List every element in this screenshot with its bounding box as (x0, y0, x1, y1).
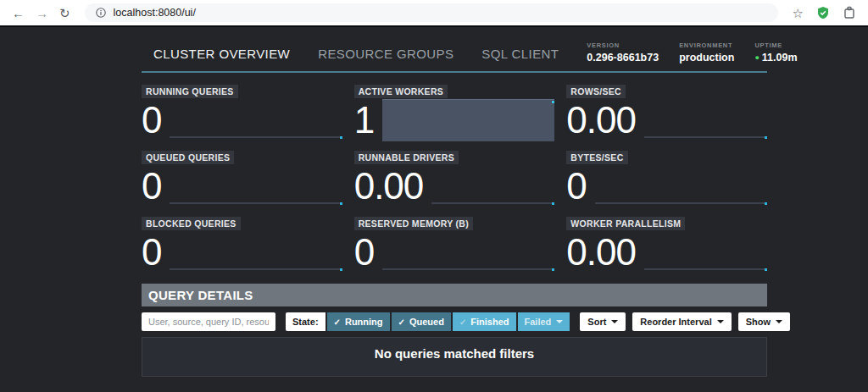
sparkline-dot (552, 202, 554, 205)
sparkline-line (644, 136, 767, 138)
uptime-status-dot-icon: ● (754, 53, 759, 62)
sparkline-line (382, 268, 554, 270)
query-filter-toolbar: State: ✓ Running ✓ Queued ✓ Finished Fai… (142, 312, 767, 331)
sparkline (644, 99, 767, 141)
sparkline-dot (765, 268, 767, 271)
sparkline (382, 99, 554, 141)
check-icon: ✓ (459, 317, 466, 327)
shield-extension-icon[interactable] (816, 6, 830, 19)
stat-value: 0 (142, 99, 161, 141)
caret-down-icon (611, 320, 618, 323)
stat-label: QUEUED QUERIES (142, 151, 234, 164)
state-filter-label: State: (286, 312, 326, 331)
stat-tile-queued-queries: QUEUED QUERIES 0 (142, 149, 342, 207)
sparkline (644, 231, 767, 273)
show-dropdown-button[interactable]: Show (738, 312, 790, 331)
stat-tile-rows-sec: ROWS/SEC 0.00 (566, 83, 767, 141)
sparkline-line (170, 268, 342, 270)
stat-value: 0 (354, 231, 374, 273)
version-label: VERSION (587, 41, 659, 49)
no-queries-message: No queries matched filters (142, 337, 767, 377)
tab-cluster-overview[interactable]: CLUSTER OVERVIEW (153, 47, 290, 61)
state-filter-finished[interactable]: ✓ Finished (453, 312, 516, 331)
sort-button-label: Sort (587, 317, 606, 327)
uptime-text: 11.09m (762, 52, 798, 63)
forward-icon[interactable]: → (36, 7, 48, 19)
url-text[interactable]: localhost:8080/ui/ (114, 7, 196, 19)
sparkline-dot (552, 268, 554, 271)
cluster-meta: VERSION 0.296-8661b73 ENVIRONMENT produc… (587, 41, 797, 65)
bookmark-star-icon[interactable]: ☆ (793, 7, 804, 19)
stat-label: BLOCKED QUERIES (142, 217, 241, 230)
caret-down-icon (776, 320, 782, 323)
sparkline-dot (340, 268, 342, 271)
cluster-stats-grid: RUNNING QUERIES 0 ACTIVE WORKERS 1 ROWS/… (142, 83, 767, 273)
stat-tile-running-queries: RUNNING QUERIES 0 (142, 83, 342, 141)
state-filter-failed-dropdown[interactable]: Failed (518, 312, 570, 331)
caret-down-icon (556, 320, 563, 323)
check-icon: ✓ (334, 317, 341, 327)
check-icon: ✓ (398, 317, 405, 327)
state-filter-group: State: ✓ Running ✓ Queued ✓ Finished Fai… (286, 312, 570, 331)
query-details-header: QUERY DETAILS (142, 284, 767, 306)
reorder-interval-button-label: Reorder Interval (640, 317, 711, 327)
stat-value: 1 (354, 99, 374, 141)
sparkline-dot (765, 202, 767, 205)
sparkline-dot (552, 101, 554, 103)
browser-toolbar: ← → ↻ localhost:8080/ui/ ☆ (0, 0, 868, 25)
reload-icon[interactable]: ↻ (59, 7, 70, 19)
stat-label: RUNNING QUERIES (142, 85, 238, 98)
stat-value: 0.00 (566, 231, 636, 273)
sparkline-dot (340, 202, 342, 205)
sparkline-line (431, 202, 554, 204)
state-filter-queued[interactable]: ✓ Queued (392, 312, 451, 331)
stat-label: RUNNABLE DRIVERS (354, 151, 459, 164)
sparkline (595, 165, 767, 207)
sparkline-dot (765, 136, 767, 139)
cluster-overview-page: CLUSTER OVERVIEW RESOURCE GROUPS SQL CLI… (0, 25, 868, 392)
sparkline (382, 231, 554, 273)
stat-label: RESERVED MEMORY (B) (354, 217, 473, 230)
environment-label: ENVIRONMENT (679, 41, 734, 49)
uptime-block: UPTIME ●11.09m (754, 41, 797, 63)
state-filter-failed-label: Failed (525, 317, 552, 327)
stat-tile-worker-parallelism: WORKER PARALLELISM 0.00 (566, 215, 767, 273)
reorder-interval-dropdown-button[interactable]: Reorder Interval (632, 312, 731, 331)
address-bar[interactable]: localhost:8080/ui/ (85, 3, 778, 22)
back-icon[interactable]: ← (12, 7, 25, 19)
tab-sql-client[interactable]: SQL CLIENT (481, 47, 559, 61)
stat-tile-active-workers: ACTIVE WORKERS 1 (354, 83, 555, 141)
sparkline-dot (340, 136, 342, 139)
state-filter-finished-label: Finished (470, 317, 509, 327)
query-search-input[interactable] (142, 312, 275, 331)
sparkline (170, 231, 342, 273)
stat-tile-runnable-drivers: RUNNABLE DRIVERS 0.00 (354, 149, 555, 207)
extensions-icon[interactable] (843, 6, 856, 19)
uptime-value: ●11.09m (754, 52, 797, 63)
sparkline-line (170, 136, 342, 138)
stat-tile-blocked-queries: BLOCKED QUERIES 0 (142, 215, 342, 273)
stat-label: BYTES/SEC (566, 151, 627, 164)
environment-block: ENVIRONMENT production (679, 41, 734, 63)
version-value: 0.296-8661b73 (587, 52, 659, 63)
stat-tile-reserved-memory: RESERVED MEMORY (B) 0 (354, 215, 555, 273)
stat-value: 0 (566, 165, 586, 207)
sparkline (431, 165, 554, 207)
sparkline-line (644, 268, 767, 270)
sort-dropdown-button[interactable]: Sort (580, 312, 626, 331)
state-filter-running-label: Running (345, 317, 383, 327)
sparkline-line (170, 202, 342, 204)
masthead: CLUSTER OVERVIEW RESOURCE GROUPS SQL CLI… (142, 36, 767, 73)
state-filter-running[interactable]: ✓ Running (327, 312, 390, 331)
info-icon[interactable] (95, 7, 107, 19)
stat-value: 0.00 (566, 99, 636, 141)
tab-resource-groups[interactable]: RESOURCE GROUPS (318, 47, 453, 61)
stat-label: ACTIVE WORKERS (354, 85, 448, 98)
environment-value: production (679, 52, 734, 63)
stat-value: 0.00 (354, 165, 424, 207)
caret-down-icon (717, 320, 724, 323)
stat-value: 0 (142, 231, 161, 273)
stat-value: 0 (142, 165, 161, 207)
stat-tile-bytes-sec: BYTES/SEC 0 (566, 149, 767, 207)
stat-label: WORKER PARALLELISM (566, 217, 685, 230)
